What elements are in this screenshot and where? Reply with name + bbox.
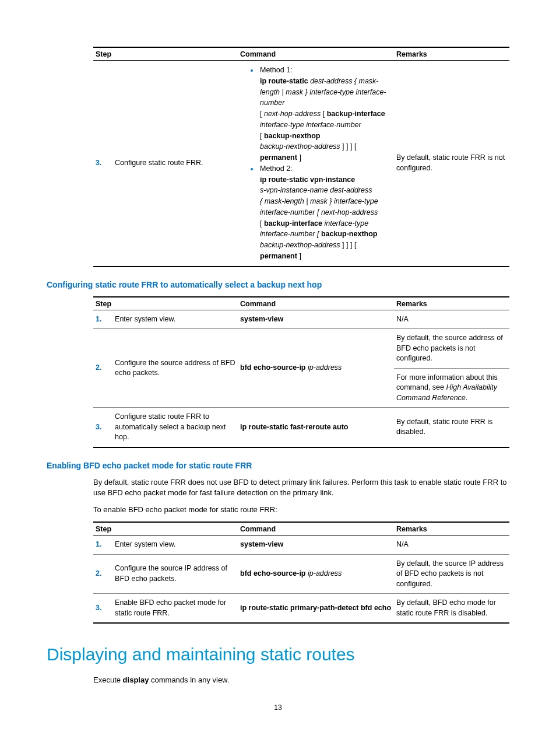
text: display [123,676,149,684]
method2-label: Method 2: [260,164,293,173]
cmd-text: backup-nexthop [321,230,378,238]
remarks-cell: By default, BFD echo mode for static rou… [394,594,509,624]
table-frr-config: Step Command Remarks 3. Configure static… [93,47,509,267]
cmd-text: ip route-static [260,77,310,85]
th-remarks: Remarks [394,297,509,310]
cmd-text: ip-address [308,569,342,578]
command-cell: ip route-static primary-path-detect bfd … [238,594,394,624]
table-row: 2. Configure the source address of BFD e… [93,329,509,408]
th-command: Command [238,522,394,536]
table-row: 1. Enter system view. system-view N/A [93,310,509,329]
table-row: 2. Configure the source IP address of BF… [93,554,509,594]
cmd-text: backup-nexthop [264,132,321,140]
text: commands in any view. [149,676,229,684]
command-cell: ip route-static fast-reroute auto [238,408,394,447]
step-number: 2. [93,554,112,594]
cmd-text: [ [260,132,264,140]
step-desc: Configure the source address of BFD echo… [112,329,238,408]
table-bfd-echo: Step Command Remarks 1. Enter system vie… [93,522,509,624]
th-remarks: Remarks [394,522,509,536]
command-cell: bfd echo-source-ip ip-address [238,329,394,408]
table-row: 3. Configure static route FRR to automat… [93,408,509,447]
remarks-cell: By default, the source address of BFD ec… [394,329,509,408]
table-row: 1. Enter system view. system-view N/A [93,536,509,555]
paragraph-execute-display: Execute display commands in any view. [93,675,509,686]
remarks-text: By default, the source address of BFD ec… [394,329,509,369]
table-row: 3. Configure static route FRR. Method 1:… [93,61,509,267]
table-autoselect: Step Command Remarks 1. Enter system vie… [93,296,509,448]
cmd-text: [ [260,219,264,228]
cmd-text: backup-interface [327,110,385,118]
step-number: 3. [93,408,112,447]
step-number: 3. [93,61,112,267]
th-command: Command [238,47,394,61]
step-desc: Enable BFD echo packet mode for static r… [112,594,238,624]
step-desc: Configure static route FRR to automatica… [112,408,238,447]
cmd-text: next-hop-address [264,110,321,118]
cmd-text: bfd echo-source-ip [240,363,308,372]
th-step: Step [93,522,238,536]
bullet-icon [251,168,253,170]
cmd-text: ] ] ] [ [340,142,357,150]
cmd-text: [ [260,110,264,118]
cmd-text: ip route-static vpn-instance [260,176,355,184]
step-desc: Configure static route FRR. [112,61,238,267]
step-desc: Enter system view. [112,536,238,555]
paragraph-bfd-enable: To enable BFD echo packet mode for stati… [93,505,509,516]
command-cell: bfd echo-source-ip ip-address [238,554,394,594]
cmd-text: { mask-length | mask } interface-type in… [260,197,378,216]
method1-label: Method 1: [260,66,293,74]
cmd-text: bfd echo-source-ip [240,569,308,578]
command-cell: system-view [238,310,394,329]
cmd-text: ip-address [308,363,342,372]
cmd-text: s-vpn-instance-name dest-address [260,186,372,194]
remarks-cell: By default, the source IP address of BFD… [394,554,509,594]
command-cell: Method 1: ip route-static dest-address {… [238,61,394,267]
step-desc: Enter system view. [112,310,238,329]
th-step: Step [93,47,238,61]
cmd-text: ] ] ] [ [340,241,357,249]
section-title-autoselect: Configuring static route FRR to automati… [47,280,509,289]
remarks-cell: By default, static route FRR is not conf… [394,61,509,267]
remarks-text: . [466,394,467,402]
cmd-text: permanent [260,153,297,162]
step-desc: Configure the source IP address of BFD e… [112,554,238,594]
bullet-icon [251,69,253,72]
cmd-text: ] [297,153,301,162]
remarks-cell: By default, static route FRR is disabled… [394,408,509,447]
step-number: 1. [93,310,112,329]
command-cell: system-view [238,536,394,555]
step-number: 2. [93,329,112,408]
remarks-cell: N/A [394,310,509,329]
cmd-text: backup-nexthop-address [260,241,340,249]
paragraph-bfd-desc: By default, static route FRR does not us… [93,477,509,499]
page-number: 13 [47,704,509,712]
remarks-cell: N/A [394,536,509,555]
text: Execute [93,676,123,684]
section-title-bfd-echo: Enabling BFD echo packet mode for static… [47,461,509,470]
th-remarks: Remarks [394,47,509,61]
step-number: 3. [93,594,112,624]
cmd-text: permanent [260,252,297,260]
cmd-text: [ [321,110,326,118]
table-row: 3. Enable BFD echo packet mode for stati… [93,594,509,624]
cmd-text: interface-type interface-number [260,121,361,129]
cmd-text: ] [297,252,301,260]
th-step: Step [93,297,238,310]
th-command: Command [238,297,394,310]
page-title-displaying: Displaying and maintaining static routes [47,645,509,664]
cmd-text: backup-nexthop-address [260,142,340,150]
step-number: 1. [93,536,112,555]
cmd-text: backup-interface [264,219,322,228]
